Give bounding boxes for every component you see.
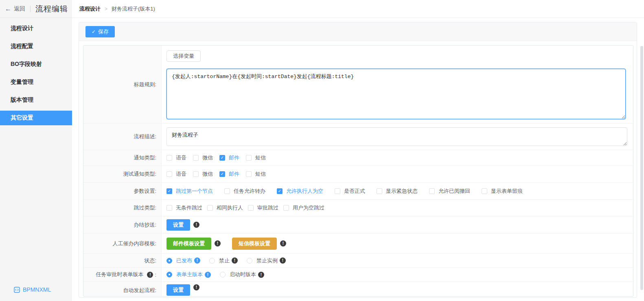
check-icon: ✓ [92, 29, 96, 35]
auto-start-label: 自动发起流程: [83, 282, 162, 296]
checkbox-icon [377, 188, 382, 194]
skip-type-label: 跳过类型: [83, 200, 162, 216]
row-skip-type: 跳过类型: 无条件跳过 相同执行人 审批跳过 [83, 200, 633, 216]
checkbox-wechat[interactable]: 微信 [193, 154, 213, 161]
checkbox-allow-empty-executor[interactable]: ✓ 允许执行人为空 [277, 188, 323, 195]
checkbox-icon [193, 155, 199, 161]
checkbox-same-executor[interactable]: 相同执行人 [207, 204, 243, 212]
auto-start-setting-button[interactable]: 设置 [166, 284, 190, 296]
form-version-label: 任务审批时表单版本 ! : [83, 268, 162, 281]
sidebar-menu: 流程设计 流程配置 BO字段映射 变量管理 版本管理 其它设置 [0, 18, 72, 127]
save-button[interactable]: ✓ 保存 [85, 26, 115, 37]
sidebar-item-process-config[interactable]: 流程配置 [0, 37, 72, 55]
description-label: 流程描述: [83, 124, 162, 150]
finish-cc-setting-button[interactable]: 设置 [166, 219, 190, 231]
main-content: ✓ 保存 标题规则: 选择变量 {发起人:startorName}在{发起时间:… [72, 18, 644, 301]
info-icon: ! [280, 240, 286, 246]
checkbox-test-sms[interactable]: 短信 [246, 170, 266, 178]
bpmnxml-link[interactable]: BPMNXML [14, 286, 51, 293]
sidebar-item-process-design[interactable]: 流程设计 [0, 20, 72, 37]
email-template-button[interactable]: 邮件模板设置 [166, 238, 211, 250]
radio-selected-icon [166, 272, 172, 277]
breadcrumb-current: 财务流程子(版本1) [112, 5, 155, 13]
row-auto-start: 自动发起流程: 设置 ! [83, 282, 633, 296]
test-notify-type-label: 测试通知类型: [83, 166, 162, 182]
checkbox-show-urgent-status[interactable]: 显示紧急状态 [377, 188, 418, 195]
info-icon: ! [147, 272, 153, 278]
info-icon: ! [194, 257, 200, 264]
sidebar: ← 返回 流程编辑 流程设计 流程配置 BO字段映射 变量管理 版本管理 其它设… [0, 0, 72, 301]
checkbox-icon [166, 205, 172, 211]
row-notify-type: 通知类型: 语音 微信 ✓ 邮件 [83, 150, 633, 166]
checkbox-icon [207, 205, 213, 211]
finish-cc-label: 办结抄送: [83, 216, 162, 233]
settings-form: 标题规则: 选择变量 {发起人:startorName}在{发起时间:start… [83, 45, 633, 297]
checkbox-voice[interactable]: 语音 [166, 154, 186, 161]
checkbox-icon [166, 171, 172, 177]
checkbox-checked-icon: ✓ [219, 171, 225, 177]
title-rule-textarea[interactable]: {发起人:startorName}在{发起时间:startDate}发起{流程标… [166, 69, 626, 119]
checkbox-icon [166, 155, 172, 161]
checkbox-sms[interactable]: 短信 [246, 154, 266, 161]
info-icon: ! [232, 257, 238, 264]
title-rule-label: 标题规则: [83, 46, 162, 123]
status-label: 状态: [83, 254, 162, 267]
page-title: 流程编辑 [35, 4, 68, 14]
settings-card: ✓ 保存 标题规则: 选择变量 {发起人:startorName}在{发起时间:… [79, 22, 637, 298]
checkbox-approval-skip[interactable]: 审批跳过 [248, 204, 278, 212]
checkbox-icon [248, 205, 254, 211]
checkbox-allow-transfer[interactable]: 任务允许转办 [224, 188, 265, 195]
checkbox-is-formal[interactable]: 是否正式 [335, 188, 365, 195]
checkbox-icon [283, 205, 289, 211]
breadcrumb-section[interactable]: 流程设计 [79, 5, 101, 13]
checkbox-icon [429, 188, 435, 194]
param-settings-label: 参数设置: [83, 183, 162, 199]
radio-main-form-version[interactable]: 表单主版本 ! [166, 271, 211, 278]
checkbox-show-form-trace[interactable]: 显示表单留痕 [482, 188, 523, 195]
sidebar-item-other-settings[interactable]: 其它设置 [0, 111, 72, 125]
checkbox-icon [335, 188, 340, 194]
description-textarea[interactable]: 财务流程子 [166, 127, 627, 146]
info-icon: ! [193, 222, 199, 228]
checkbox-checked-icon: ✓ [219, 155, 225, 161]
radio-start-time-version[interactable]: 启动时版本 ! [220, 271, 264, 278]
radio-published[interactable]: 已发布 ! [166, 257, 200, 264]
choose-variable-button[interactable]: 选择变量 [166, 50, 201, 62]
radio-icon [220, 272, 226, 277]
sidebar-item-bo-field-mapping[interactable]: BO字段映射 [0, 55, 72, 73]
code-file-icon [14, 287, 20, 293]
radio-forbid-instance[interactable]: 禁止实例 ! [247, 257, 286, 264]
checkbox-test-voice[interactable]: 语音 [166, 170, 186, 178]
checkbox-email[interactable]: ✓ 邮件 [219, 154, 239, 161]
info-icon: ! [258, 272, 264, 278]
info-icon: ! [205, 272, 211, 278]
radio-icon [247, 258, 252, 264]
checkbox-skip-first-node[interactable]: ✓ 跳过第一个节点 [166, 188, 213, 195]
row-param-settings: 参数设置: ✓ 跳过第一个节点 任务允许转办 ✓ 允许执行人为空 [83, 183, 633, 200]
checkbox-allow-read-recall[interactable]: 允许已阅撤回 [429, 188, 470, 195]
sidebar-item-version-management[interactable]: 版本管理 [0, 91, 72, 109]
vertical-scrollbar[interactable] [640, 46, 643, 290]
checkbox-unconditional-skip[interactable]: 无条件跳过 [166, 204, 202, 212]
row-form-version: 任务审批时表单版本 ! : 表单主版本 ! 启动时版本 ! [83, 268, 633, 282]
breadcrumb-separator-icon: > [105, 6, 107, 12]
info-icon: ! [193, 284, 199, 290]
checkbox-test-wechat[interactable]: 微信 [193, 170, 213, 178]
radio-forbidden[interactable]: 禁止 ! [209, 257, 238, 264]
back-label: 返回 [14, 5, 25, 13]
info-icon: ! [215, 240, 221, 246]
sidebar-item-variable-management[interactable]: 变量管理 [0, 73, 72, 91]
checkbox-icon [246, 171, 252, 177]
sms-template-button[interactable]: 短信模板设置 [232, 238, 277, 250]
checkbox-empty-user-skip[interactable]: 用户为空跳过 [283, 204, 324, 212]
sidebar-header: ← 返回 流程编辑 [0, 0, 72, 18]
checkbox-icon [482, 188, 487, 194]
notify-type-label: 通知类型: [83, 150, 162, 166]
bpmnxml-label: BPMNXML [23, 286, 51, 293]
save-label: 保存 [98, 28, 109, 35]
urge-template-label: 人工催办内容模板: [83, 233, 162, 253]
checkbox-icon [224, 188, 230, 194]
radio-icon [209, 258, 215, 264]
checkbox-test-email[interactable]: ✓ 邮件 [219, 170, 239, 178]
back-button[interactable]: ← 返回 [5, 5, 25, 13]
